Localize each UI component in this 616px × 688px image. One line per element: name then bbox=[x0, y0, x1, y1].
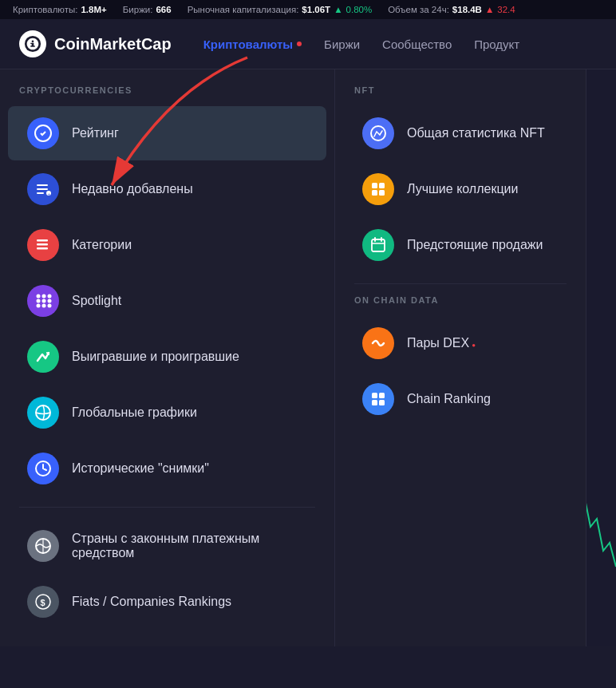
menu-item-categories[interactable]: Категории bbox=[8, 218, 326, 272]
global-charts-label: Глобальные графики bbox=[72, 405, 197, 420]
fiats-label: Fiats / Companies Rankings bbox=[72, 595, 231, 609]
top-collections-label: Лучшие коллекции bbox=[407, 182, 518, 196]
dropdown-menu: CRYPTOCURRENCIES Рейтинг bbox=[0, 69, 616, 646]
svg-point-13 bbox=[48, 295, 52, 299]
winners-losers-label: Выигравшие и проигравшие bbox=[72, 350, 239, 364]
svg-rect-31 bbox=[372, 239, 385, 251]
main-nav: Криптовалюты Биржи Сообщество Продукт bbox=[203, 38, 597, 51]
menu-item-chain-ranking[interactable]: Chain Ranking bbox=[343, 372, 578, 426]
svg-rect-5 bbox=[37, 192, 44, 194]
global-charts-icon bbox=[27, 397, 59, 429]
menu-item-fiats[interactable]: $ Fiats / Companies Rankings bbox=[8, 575, 326, 629]
svg-rect-10 bbox=[37, 247, 48, 250]
historical-icon bbox=[27, 453, 59, 484]
legal-tender-label: Страны с законным платежным средством bbox=[72, 532, 307, 560]
menu-item-top-collections[interactable]: Лучшие коллекции bbox=[343, 162, 578, 216]
svg-rect-9 bbox=[37, 243, 48, 246]
winners-losers-icon bbox=[27, 341, 59, 373]
rating-label: Рейтинг bbox=[72, 126, 119, 140]
spotlight-label: Spotlight bbox=[72, 294, 121, 308]
svg-point-14 bbox=[37, 299, 41, 303]
menu-item-global-charts[interactable]: Глобальные графики bbox=[8, 386, 326, 440]
menu-item-rating[interactable]: Рейтинг bbox=[8, 106, 326, 160]
marketcap-value: $1.06T bbox=[302, 5, 330, 14]
nav-cryptocurrencies[interactable]: Криптовалюты bbox=[203, 38, 302, 51]
cryptocurrencies-section-label: CRYPTOCURRENCIES bbox=[0, 85, 334, 105]
logo[interactable]: CoinMarketCap bbox=[19, 30, 172, 57]
svg-rect-3 bbox=[37, 184, 48, 186]
upcoming-sales-label: Предстоящие продажи bbox=[407, 238, 543, 252]
menu-item-upcoming-sales[interactable]: Предстоящие продажи bbox=[343, 218, 578, 272]
nav-products[interactable]: Продукт bbox=[474, 38, 519, 51]
dex-pairs-icon bbox=[362, 327, 394, 359]
svg-point-16 bbox=[48, 299, 52, 303]
exchanges-value: 666 bbox=[156, 5, 171, 14]
svg-rect-4 bbox=[37, 188, 48, 190]
nft-section-label: NFT bbox=[335, 85, 586, 105]
svg-rect-36 bbox=[379, 393, 385, 398]
recently-added-icon: + bbox=[27, 173, 59, 205]
menu-item-dex-pairs[interactable]: Пары DEX● bbox=[343, 316, 578, 370]
fiats-icon: $ bbox=[27, 586, 59, 618]
menu-item-spotlight[interactable]: Spotlight bbox=[8, 274, 326, 328]
svg-rect-28 bbox=[379, 183, 385, 188]
menu-item-winners-losers[interactable]: Выигравшие и проигравшие bbox=[8, 330, 326, 384]
spotlight-icon bbox=[27, 285, 59, 317]
svg-text:$: $ bbox=[41, 598, 45, 607]
volume-value: $18.4B bbox=[452, 5, 482, 14]
svg-point-18 bbox=[42, 304, 46, 308]
crypto-column: CRYPTOCURRENCIES Рейтинг bbox=[0, 69, 335, 646]
categories-label: Категории bbox=[72, 238, 132, 252]
menu-item-recently-added[interactable]: + Недавно добавлены bbox=[8, 162, 326, 216]
logo-text: CoinMarketCap bbox=[54, 35, 172, 53]
svg-rect-37 bbox=[372, 400, 377, 405]
svg-rect-27 bbox=[372, 183, 377, 188]
cryptos-value: 1.8M+ bbox=[81, 5, 106, 14]
divider-2 bbox=[354, 283, 567, 284]
svg-rect-8 bbox=[37, 239, 48, 242]
nav-cryptocurrencies-dot bbox=[297, 42, 302, 46]
volume-label: Объем за 24ч: bbox=[388, 5, 449, 14]
svg-point-19 bbox=[48, 304, 52, 308]
upcoming-sales-icon bbox=[362, 229, 394, 261]
menu-item-historical[interactable]: Исторические "снимки" bbox=[8, 441, 326, 496]
divider-1 bbox=[19, 507, 315, 508]
historical-label: Исторические "снимки" bbox=[72, 461, 209, 476]
ticker-bar: Криптовалюты: 1.8M+ Биржи: 666 Рыночная … bbox=[0, 0, 616, 19]
svg-point-17 bbox=[37, 304, 41, 308]
nav-exchanges[interactable]: Биржи bbox=[324, 38, 360, 51]
dex-pairs-label: Пары DEX● bbox=[407, 336, 476, 350]
rating-icon bbox=[27, 117, 59, 149]
menu-item-legal-tender[interactable]: Страны с законным платежным средством bbox=[8, 519, 326, 573]
logo-icon bbox=[19, 30, 46, 57]
nft-onchain-column: NFT Общая статистика NFT bbox=[335, 69, 586, 646]
cryptos-label: Криптовалюты: bbox=[13, 5, 77, 14]
chain-ranking-icon bbox=[362, 383, 394, 415]
recently-added-label: Недавно добавлены bbox=[72, 182, 193, 196]
onchain-section-label: On Chain Data bbox=[335, 295, 586, 314]
svg-point-15 bbox=[42, 299, 46, 303]
menu-item-nft-stats[interactable]: Общая статистика NFT bbox=[343, 106, 578, 160]
nft-stats-icon bbox=[362, 117, 394, 149]
marketcap-change: ▲ 0.80% bbox=[334, 5, 372, 14]
categories-icon bbox=[27, 229, 59, 261]
svg-point-12 bbox=[42, 295, 46, 299]
top-collections-icon bbox=[362, 173, 394, 205]
svg-rect-30 bbox=[379, 190, 385, 196]
marketcap-label: Рыночная капитализация: bbox=[188, 5, 299, 14]
chain-ranking-label: Chain Ranking bbox=[407, 392, 491, 406]
volume-change: ▲ 32.4 bbox=[485, 5, 515, 14]
svg-rect-38 bbox=[379, 400, 385, 405]
svg-point-11 bbox=[37, 295, 41, 299]
exchanges-label: Биржи: bbox=[123, 5, 153, 14]
svg-text:+: + bbox=[48, 192, 51, 196]
legal-tender-icon bbox=[27, 530, 59, 562]
svg-rect-35 bbox=[372, 393, 377, 398]
svg-rect-29 bbox=[372, 190, 377, 196]
nft-stats-label: Общая статистика NFT bbox=[407, 126, 545, 140]
header: CoinMarketCap Криптовалюты Биржи Сообщес… bbox=[0, 19, 616, 69]
nav-community[interactable]: Сообщество bbox=[382, 38, 452, 51]
right-edge-panel bbox=[586, 69, 616, 646]
